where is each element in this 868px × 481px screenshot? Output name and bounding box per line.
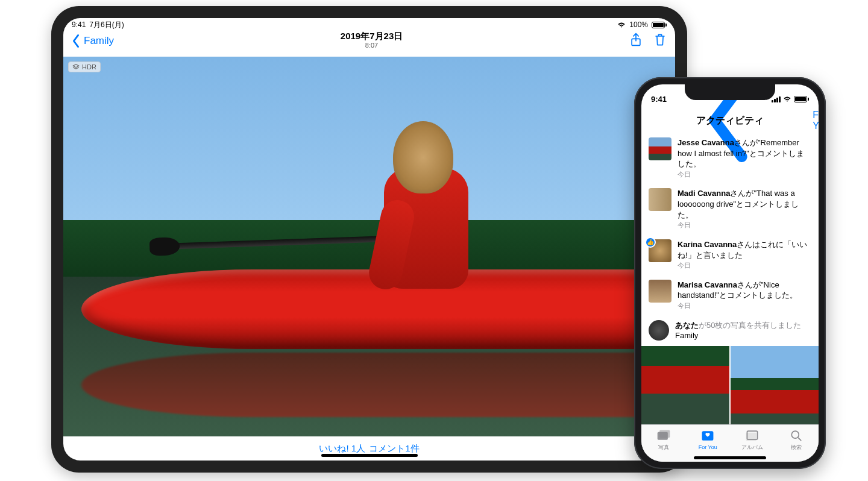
like-badge-icon: 👍 — [645, 237, 656, 248]
iphone-screen: 9:41 For You アクティビティ Jesse Cavannaさんが"Re… — [641, 84, 819, 462]
back-label: Family — [84, 35, 114, 47]
photo-footer[interactable]: いいね! 1人 コメント1件 — [63, 436, 675, 461]
share-grid[interactable] — [641, 346, 819, 424]
tab-label: アルバム — [741, 444, 763, 451]
activity-when: 今日 — [678, 301, 811, 310]
share-you: あなた — [675, 321, 699, 330]
iphone-nav-bar: For You アクティビティ — [641, 108, 819, 133]
back-label: For You — [813, 110, 819, 131]
activity-user: Marisa Cavanna — [678, 280, 737, 289]
share-icon[interactable] — [629, 33, 643, 47]
tab-albums[interactable]: アルバム — [730, 425, 775, 454]
hdr-label: HDR — [82, 63, 96, 71]
ipad-battery-pct: 100% — [629, 20, 648, 29]
foryou-icon — [700, 429, 715, 442]
tab-label: 写真 — [658, 444, 669, 451]
trash-icon[interactable] — [653, 33, 667, 47]
activity-when: 今日 — [678, 170, 811, 179]
svg-rect-5 — [746, 432, 756, 441]
hdr-badge: HDR — [68, 61, 101, 72]
back-button[interactable]: Family — [69, 30, 114, 48]
activity-user: Karina Cavanna — [678, 240, 737, 249]
share-thumb[interactable] — [641, 346, 729, 424]
activity-user: Jesse Cavanna — [678, 138, 734, 147]
activity-when: 今日 — [678, 221, 811, 230]
tab-label: For You — [699, 444, 717, 450]
avatar — [649, 320, 669, 341]
ipad-nav-bar: Family 2019年7月23日 8:07 — [63, 30, 675, 57]
svg-rect-2 — [659, 430, 670, 438]
comments-count: コメント1件 — [369, 443, 419, 454]
albums-icon — [745, 429, 760, 442]
tab-search[interactable]: 検索 — [775, 425, 819, 454]
photo-time: 8:07 — [114, 42, 629, 49]
ipad-device: 9:41 7月6日(月) 100% Family 2019年7月23日 8:07 — [51, 6, 687, 473]
share-header[interactable]: あなたが50枚の写真を共有しました Family — [641, 315, 819, 346]
wifi-icon — [617, 22, 626, 28]
activity-user: Madi Cavanna — [678, 189, 730, 198]
chevron-left-icon — [69, 34, 83, 48]
ipad-status-time: 9:41 — [72, 20, 86, 29]
activity-thumb — [649, 188, 671, 211]
photos-icon — [656, 429, 671, 442]
activity-row[interactable]: Madi Cavannaさんが"That was a loooooong dri… — [641, 183, 819, 234]
activity-list[interactable]: Jesse Cavannaさんが"Remember how I almost f… — [641, 133, 819, 424]
home-indicator[interactable] — [694, 456, 766, 459]
photo-date: 2019年7月23日 — [114, 31, 629, 42]
home-indicator[interactable] — [321, 454, 418, 457]
tab-foryou[interactable]: For You — [686, 425, 731, 454]
activity-row[interactable]: Jesse Cavannaさんが"Remember how I almost f… — [641, 133, 819, 183]
iphone-notch — [685, 84, 775, 100]
tab-label: 検索 — [791, 444, 802, 451]
ipad-status-bar: 9:41 7月6日(月) 100% — [63, 18, 675, 30]
photo-person — [363, 121, 471, 302]
share-album: Family — [675, 330, 801, 341]
svg-point-6 — [792, 431, 799, 438]
layers-icon — [72, 64, 80, 70]
activity-thumb — [649, 280, 671, 303]
ipad-status-date: 7月6日(月) — [89, 20, 124, 30]
likes-count: いいね! 1人 — [319, 443, 365, 454]
activity-thumb — [649, 137, 671, 160]
activity-row[interactable]: 👍 Karina Cavannaさんはこれに「いいね!」と言いました 今日 — [641, 234, 819, 275]
iphone-device: 9:41 For You アクティビティ Jesse Cavannaさんが"Re… — [634, 77, 826, 469]
activity-row[interactable]: Marisa Cavannaさんが"Nice handstand!"とコメントし… — [641, 275, 819, 315]
tab-photos[interactable]: 写真 — [641, 425, 686, 454]
share-thumb[interactable] — [731, 346, 819, 424]
battery-icon — [652, 22, 667, 28]
activity-when: 今日 — [678, 261, 811, 270]
photo-viewer[interactable]: HDR — [63, 57, 675, 436]
ipad-screen: 9:41 7月6日(月) 100% Family 2019年7月23日 8:07 — [63, 18, 675, 461]
share-text: が50枚の写真を共有しました — [699, 321, 801, 330]
search-icon — [789, 429, 804, 442]
